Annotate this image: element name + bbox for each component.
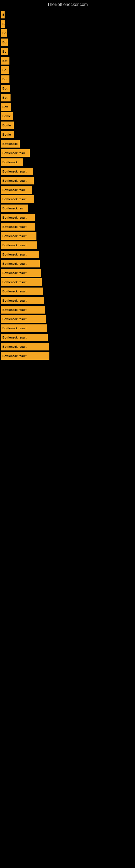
bar-row: Bottleneck xyxy=(1,140,134,148)
bottleneck-bar: Bottleneck result xyxy=(1,260,40,268)
bar-row: Bottleneck result xyxy=(1,324,134,332)
site-title: TheBottlenecker.com xyxy=(0,0,135,9)
bottleneck-bar: Bottleneck result xyxy=(1,343,49,350)
bar-row: Bottleneck result xyxy=(1,177,134,184)
bar-row: Bot xyxy=(1,94,134,101)
bottleneck-bar: Bottleneck result xyxy=(1,306,45,314)
bottleneck-bar: Bo xyxy=(1,29,7,37)
bar-row: Bo xyxy=(1,66,134,74)
bar-row: Bottleneck result xyxy=(1,306,134,314)
bar-row: Bottle xyxy=(1,131,134,138)
bar-row: Bottleneck result xyxy=(1,195,134,203)
bottleneck-bar: Bottleneck result xyxy=(1,251,39,258)
bar-row: Bottleneck result xyxy=(1,297,134,304)
bottleneck-bar: Bottleneck r xyxy=(1,158,23,166)
bar-row: Bottleneck result xyxy=(1,260,134,268)
bottleneck-bar: Bottleneck result xyxy=(1,167,33,175)
bottleneck-bar: Bottleneck result xyxy=(1,334,48,341)
bottleneck-bar: Bottleneck result xyxy=(1,241,37,249)
bar-row: Bottle xyxy=(1,122,134,129)
bottleneck-bar: Bottleneck result xyxy=(1,315,46,323)
bottleneck-bar: Bottleneck resul xyxy=(1,186,32,194)
bottleneck-bar: B xyxy=(1,20,5,28)
bar-row: Bottleneck result xyxy=(1,251,134,258)
bar-row: Bottleneck result xyxy=(1,269,134,277)
bottleneck-bar: Bot xyxy=(1,57,9,65)
bottleneck-bar: Bottleneck result xyxy=(1,269,41,277)
bottleneck-bar: Bot xyxy=(1,85,10,92)
bottleneck-bar: B xyxy=(1,11,5,19)
bar-row: Bottleneck result xyxy=(1,352,134,360)
bottleneck-bar: Bo xyxy=(1,66,9,74)
bottleneck-bar: Bo xyxy=(1,75,9,83)
bar-row: B xyxy=(1,11,134,19)
bottleneck-bar: Bottleneck result xyxy=(1,195,34,203)
bottleneck-bar: Bottleneck resu xyxy=(1,149,30,157)
bar-row: Bottleneck result xyxy=(1,334,134,341)
bottleneck-bar: Bottleneck result xyxy=(1,177,34,184)
bar-row: Bottleneck res xyxy=(1,205,134,212)
bottleneck-bar: Bottleneck result xyxy=(1,287,43,295)
bottleneck-bar: Bottleneck result xyxy=(1,297,44,304)
bar-row: Bottleneck result xyxy=(1,214,134,221)
bar-row: Bo xyxy=(1,38,134,46)
bottleneck-bar: Bo xyxy=(1,48,8,55)
bottleneck-bar: Bottle xyxy=(1,112,13,120)
bottleneck-bar: Bottleneck result xyxy=(1,352,49,360)
bottleneck-bar: Bottleneck result xyxy=(1,214,35,221)
bar-row: Bottleneck result xyxy=(1,232,134,240)
bar-row: Bottleneck result xyxy=(1,278,134,286)
bar-row: Bottleneck result xyxy=(1,167,134,175)
bottleneck-bar: Bottleneck xyxy=(1,140,20,148)
bar-row: Bo xyxy=(1,75,134,83)
bar-row: Bottleneck result xyxy=(1,343,134,350)
bar-row: Bottleneck resu xyxy=(1,149,134,157)
bar-row: Bottleneck result xyxy=(1,241,134,249)
bar-row: Bottleneck result xyxy=(1,287,134,295)
bar-row: B xyxy=(1,20,134,28)
bottleneck-bar: Bottleneck result xyxy=(1,232,37,240)
bar-row: Bo xyxy=(1,48,134,55)
bar-row: Bottleneck result xyxy=(1,315,134,323)
bar-row: Bottleneck result xyxy=(1,223,134,230)
bottleneck-bar: Bott xyxy=(1,103,11,111)
bottleneck-bar: Bottleneck result xyxy=(1,324,47,332)
bottleneck-bar: Bo xyxy=(1,38,8,46)
bar-row: Bott xyxy=(1,103,134,111)
bottleneck-bar: Bot xyxy=(1,94,10,101)
bottleneck-bar: Bottleneck result xyxy=(1,278,42,286)
bottleneck-bar: Bottleneck result xyxy=(1,223,35,230)
bar-row: Bo xyxy=(1,29,134,37)
bar-row: Bottleneck resul xyxy=(1,186,134,194)
bar-row: Bot xyxy=(1,57,134,65)
bars-container: BBBoBoBoBotBoBoBotBotBottBottleBottleBot… xyxy=(0,8,135,364)
bottleneck-bar: Bottle xyxy=(1,131,14,138)
bar-row: Bottle xyxy=(1,112,134,120)
bottleneck-bar: Bottleneck res xyxy=(1,205,28,212)
bottleneck-bar: Bottle xyxy=(1,122,14,129)
bar-row: Bottleneck r xyxy=(1,158,134,166)
bar-row: Bot xyxy=(1,85,134,92)
